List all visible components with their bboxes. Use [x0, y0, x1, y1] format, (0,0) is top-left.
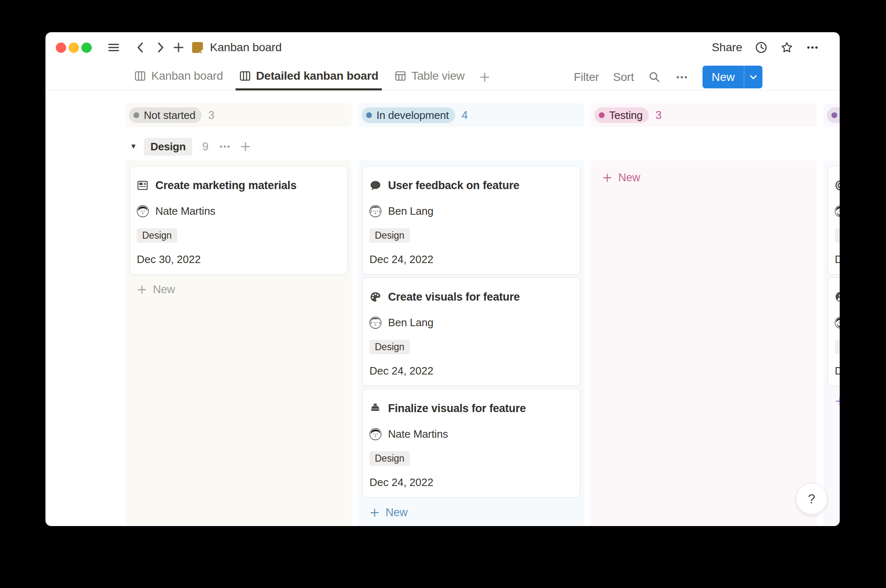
new-card-button[interactable]: New: [369, 503, 580, 522]
menu-icon[interactable]: [107, 41, 120, 54]
new-split-button: New: [703, 66, 762, 88]
status-badge[interactable]: [827, 107, 840, 123]
view-tabs-bar: Kanban board Detailed kanban board Table…: [45, 64, 840, 90]
column-count: 3: [208, 109, 214, 122]
new-card-button[interactable]: New: [602, 168, 813, 187]
column-header: Testing 3: [591, 103, 817, 127]
card-title: Finalize visuals for feature: [388, 402, 526, 415]
table-view-icon: [394, 70, 407, 82]
card-date: Dec: [835, 252, 840, 267]
tab-table-view[interactable]: Table view: [391, 64, 468, 90]
tab-kanban-board[interactable]: Kanban board: [131, 64, 226, 90]
avatar: [835, 317, 840, 329]
avatar: [369, 428, 381, 440]
kanban-card[interactable]: Create marketing materials Nate Martins …: [130, 166, 348, 275]
status-dot: [599, 112, 605, 118]
card-date: Dec 30, 2022: [137, 252, 341, 267]
group-add-icon[interactable]: [239, 140, 252, 153]
tag-design: Design: [369, 228, 410, 243]
new-card-button[interactable]: New: [834, 392, 840, 410]
status-label: Testing: [609, 109, 643, 122]
favorite-star-icon[interactable]: [780, 41, 793, 54]
status-label: In development: [376, 109, 449, 122]
card-title: Create marketing materials: [155, 179, 296, 192]
column-body: New: [591, 160, 817, 526]
person-circle-icon: [835, 291, 840, 303]
column-body: User feedback on feature Ben Lang Design…: [358, 160, 584, 526]
zoom-button[interactable]: [81, 43, 92, 53]
close-button[interactable]: [56, 43, 66, 53]
new-card-label: New: [618, 171, 640, 184]
card-date: Dec: [835, 363, 840, 378]
new-card-label: New: [386, 506, 407, 519]
page-title[interactable]: Kanban board: [210, 41, 282, 54]
palette-icon: [369, 291, 381, 303]
page-icon: [191, 41, 204, 54]
new-page-icon[interactable]: [172, 41, 185, 54]
plus-icon: [602, 172, 613, 183]
kanban-card[interactable]: User feedback on feature Ben Lang Design…: [362, 166, 580, 275]
status-badge[interactable]: Testing: [594, 107, 649, 123]
new-card-button[interactable]: New: [136, 280, 348, 299]
card-title: Create visuals for feature: [388, 291, 520, 303]
kanban-card[interactable]: Create visuals for feature Ben Lang Desi…: [362, 277, 580, 386]
search-icon[interactable]: [648, 71, 661, 84]
column-count: 4: [462, 109, 468, 122]
filter-button[interactable]: Filter: [574, 71, 599, 84]
kanban-card[interactable]: Finalize visuals for feature Nate Martin…: [362, 389, 580, 498]
kanban-card[interactable]: Design Dec: [828, 166, 840, 275]
history-clock-icon[interactable]: [755, 41, 768, 54]
assignee-name: Ben Lang: [388, 316, 433, 329]
traffic-lights: [56, 43, 92, 53]
minimize-button[interactable]: [69, 43, 79, 53]
tab-label: Detailed kanban board: [256, 69, 379, 83]
plus-icon: [834, 396, 840, 407]
tag-design: Design: [835, 340, 840, 354]
tag-design: Design: [369, 451, 410, 466]
status-badge[interactable]: In development: [362, 107, 455, 123]
status-dot: [831, 112, 837, 118]
assignee-name: Nate Martins: [388, 428, 448, 441]
column-body: Design Dec Design Dec: [824, 160, 840, 526]
column-header: Not started 3: [126, 103, 352, 127]
sort-button[interactable]: Sort: [613, 71, 634, 84]
group-count: 9: [202, 140, 208, 153]
status-dot: [366, 112, 372, 118]
titlebar: Kanban board Share: [45, 32, 840, 63]
assignee-name: Ben Lang: [388, 205, 433, 218]
tag-design: Design: [835, 228, 840, 243]
kanban-card[interactable]: Design Dec: [828, 277, 840, 386]
group-name-badge[interactable]: Design: [144, 138, 192, 156]
avatar: [369, 205, 381, 217]
avatar: [137, 205, 149, 217]
plus-icon: [136, 284, 148, 295]
forward-icon[interactable]: [154, 41, 167, 54]
column-count: 3: [655, 109, 662, 122]
tab-detailed-kanban-board[interactable]: Detailed kanban board: [236, 64, 382, 90]
board-view-icon: [239, 70, 251, 82]
collapse-triangle-icon[interactable]: ▼: [126, 139, 141, 154]
new-dropdown-button[interactable]: [744, 66, 762, 88]
target-icon: [835, 180, 840, 191]
assignee-name: Nate Martins: [155, 205, 215, 218]
titlebar-actions: Share: [712, 32, 819, 63]
share-button[interactable]: Share: [712, 41, 742, 54]
view-options-icon[interactable]: [675, 71, 688, 84]
help-button[interactable]: ?: [796, 483, 827, 514]
desktop-background: Kanban board Share Kanban board Detailed…: [0, 0, 886, 588]
tab-label: Table view: [412, 69, 465, 83]
back-icon[interactable]: [134, 41, 147, 54]
card-date: Dec 24, 2022: [369, 475, 573, 490]
status-badge[interactable]: Not started: [129, 107, 202, 123]
card-date: Dec 24, 2022: [369, 252, 573, 267]
frame-icon: [137, 180, 148, 191]
tab-label: Kanban board: [151, 69, 223, 83]
group-options-icon[interactable]: [219, 140, 231, 153]
more-options-icon[interactable]: [806, 41, 819, 54]
view-tabs: Kanban board Detailed kanban board Table…: [131, 64, 493, 90]
new-button[interactable]: New: [703, 66, 744, 88]
add-view-icon[interactable]: [477, 64, 493, 90]
card-title: User feedback on feature: [388, 179, 519, 192]
new-card-label: New: [153, 283, 175, 296]
board-view-icon: [134, 70, 146, 82]
